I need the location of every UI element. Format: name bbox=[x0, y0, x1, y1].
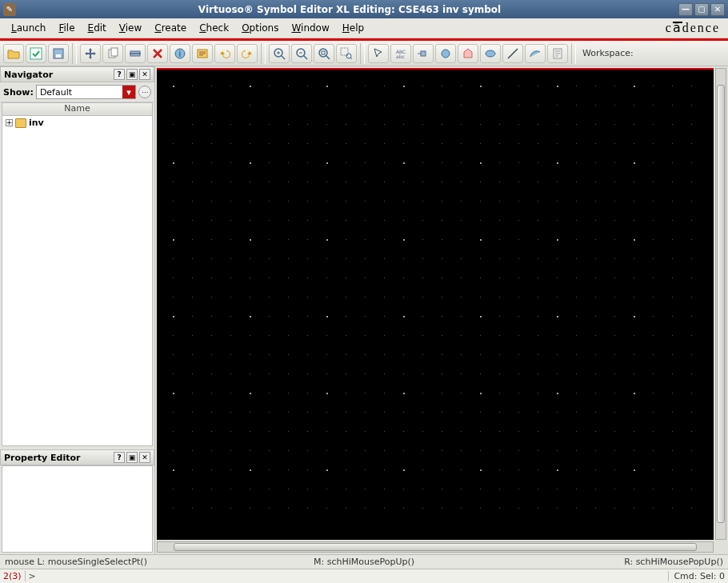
panel-undock-button[interactable]: ▣ bbox=[126, 69, 138, 80]
select-icon[interactable] bbox=[368, 44, 389, 63]
toolbar-separator bbox=[571, 43, 576, 64]
note-icon[interactable] bbox=[547, 44, 568, 63]
copy-icon[interactable] bbox=[102, 44, 123, 63]
maximize-button[interactable]: ▢ bbox=[694, 3, 709, 16]
horizontal-scrollbar[interactable] bbox=[157, 541, 714, 553]
status-left: mouse L: mouseSingleSelectPt() bbox=[5, 557, 244, 567]
undo-icon[interactable] bbox=[214, 44, 235, 63]
menubar: Launch File Edit View Create Check Optio… bbox=[0, 18, 728, 38]
command-bar: 2(3) > Cmd: Sel: 0 bbox=[0, 569, 728, 583]
zoom-out-icon[interactable] bbox=[291, 44, 312, 63]
arc-icon[interactable] bbox=[525, 44, 546, 63]
brand-logo: cādence bbox=[666, 21, 720, 35]
toolbar: iABCabcWorkspace: bbox=[0, 41, 728, 66]
label-icon[interactable]: ABCabc bbox=[390, 44, 411, 63]
stretch-icon[interactable] bbox=[125, 44, 146, 63]
cmd-selection: Cmd: Sel: 0 bbox=[668, 571, 725, 581]
toolbar-separator bbox=[72, 43, 77, 64]
svg-point-11 bbox=[319, 49, 327, 57]
svg-rect-4 bbox=[111, 48, 118, 56]
property-editor-body[interactable] bbox=[2, 465, 153, 553]
menu-view[interactable]: View bbox=[113, 20, 148, 36]
check-save-icon[interactable] bbox=[26, 44, 46, 63]
ellipse-icon[interactable] bbox=[480, 44, 501, 63]
menu-file[interactable]: File bbox=[52, 20, 81, 36]
menu-create[interactable]: Create bbox=[148, 20, 193, 36]
property-editor-title: Property Editor bbox=[4, 453, 80, 463]
panel-undock-button[interactable]: ▣ bbox=[126, 452, 138, 463]
status-mid: M: schHiMousePopUp() bbox=[244, 557, 483, 567]
vertical-scrollbar[interactable] bbox=[715, 68, 726, 540]
menu-options[interactable]: Options bbox=[235, 20, 285, 36]
svg-text:abc: abc bbox=[396, 54, 405, 59]
show-dropdown[interactable]: Default ▾ bbox=[36, 85, 136, 99]
properties-icon[interactable] bbox=[192, 44, 213, 63]
chevron-down-icon: ▾ bbox=[122, 86, 135, 98]
cmd-input[interactable] bbox=[39, 571, 666, 581]
save-icon[interactable] bbox=[48, 44, 69, 63]
delete-icon[interactable] bbox=[147, 44, 168, 63]
window-title: Virtuoso® Symbol Editor XL Editing: CSE4… bbox=[21, 4, 678, 15]
menu-help[interactable]: Help bbox=[336, 20, 370, 36]
svg-rect-12 bbox=[322, 51, 325, 54]
editor-canvas[interactable] bbox=[157, 68, 714, 540]
svg-rect-17 bbox=[421, 51, 426, 56]
titlebar: ✎ Virtuoso® Symbol Editor XL Editing: CS… bbox=[0, 0, 728, 18]
expand-icon[interactable]: + bbox=[6, 119, 13, 126]
menu-check[interactable]: Check bbox=[193, 20, 235, 36]
svg-text:i: i bbox=[179, 50, 182, 58]
show-label: Show: bbox=[3, 87, 34, 98]
tree-column-header[interactable]: Name bbox=[2, 103, 152, 116]
pin-icon[interactable] bbox=[413, 44, 434, 63]
tree-item-label: inv bbox=[29, 118, 44, 128]
toolbar-separator bbox=[360, 43, 365, 64]
toolbar-separator bbox=[261, 43, 266, 64]
workspace-label: Workspace: bbox=[582, 48, 634, 58]
line-icon[interactable] bbox=[502, 44, 523, 63]
menu-window[interactable]: Window bbox=[285, 20, 335, 36]
svg-rect-0 bbox=[30, 48, 42, 59]
zoom-fit-icon[interactable] bbox=[314, 44, 334, 63]
app-icon: ✎ bbox=[3, 3, 16, 16]
panel-help-button[interactable]: ? bbox=[114, 452, 125, 463]
navigator-tree[interactable]: Name + inv bbox=[2, 102, 153, 446]
close-button[interactable]: ✕ bbox=[710, 3, 725, 16]
show-options-button[interactable]: ⋯ bbox=[138, 86, 151, 98]
navigator-header: Navigator ? ▣ ✕ bbox=[0, 66, 154, 82]
zoom-in-icon[interactable] bbox=[269, 44, 290, 63]
info-icon[interactable]: i bbox=[170, 44, 190, 63]
status-right: R: schHiMousePopUp() bbox=[484, 557, 723, 567]
svg-point-18 bbox=[442, 50, 450, 58]
open-icon[interactable] bbox=[3, 44, 24, 63]
menu-launch[interactable]: Launch bbox=[5, 20, 52, 36]
cmd-line-number: 2(3) bbox=[3, 571, 26, 581]
navigator-title: Navigator bbox=[4, 70, 53, 80]
panel-help-button[interactable]: ? bbox=[114, 69, 125, 80]
circle-icon[interactable] bbox=[435, 44, 456, 63]
show-value: Default bbox=[40, 87, 72, 98]
property-editor-header: Property Editor ? ▣ ✕ bbox=[0, 449, 154, 465]
statusbar: mouse L: mouseSingleSelectPt() M: schHiM… bbox=[0, 554, 728, 569]
move-icon[interactable] bbox=[80, 44, 101, 63]
redo-icon[interactable] bbox=[237, 44, 258, 63]
scrollbar-thumb[interactable] bbox=[174, 543, 697, 551]
polygon-icon[interactable] bbox=[458, 44, 478, 63]
zoom-select-icon[interactable] bbox=[336, 44, 357, 63]
panel-close-button[interactable]: ✕ bbox=[139, 69, 150, 80]
panel-close-button[interactable]: ✕ bbox=[139, 452, 150, 463]
svg-point-19 bbox=[486, 50, 495, 57]
folder-icon bbox=[15, 118, 26, 128]
cmd-prompt: > bbox=[29, 571, 36, 581]
tree-row[interactable]: + inv bbox=[2, 116, 152, 130]
minimize-button[interactable]: — bbox=[678, 3, 693, 16]
scrollbar-thumb[interactable] bbox=[717, 85, 725, 523]
menu-edit[interactable]: Edit bbox=[82, 20, 113, 36]
svg-rect-2 bbox=[56, 54, 61, 58]
